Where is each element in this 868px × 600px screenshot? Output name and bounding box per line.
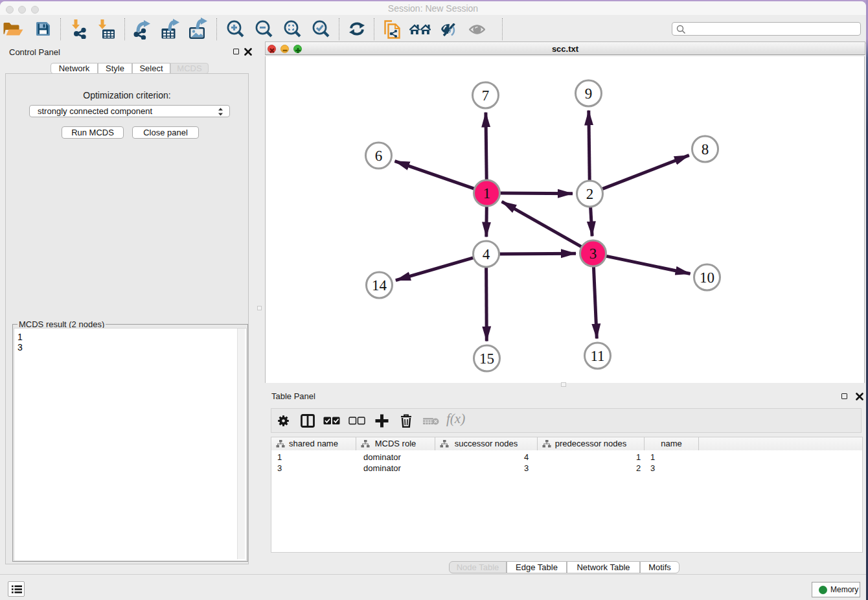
- svg-text:8: 8: [702, 141, 709, 157]
- svg-text:14: 14: [372, 277, 387, 294]
- svg-text:9: 9: [585, 86, 593, 102]
- svg-text:2: 2: [586, 186, 594, 202]
- svg-text:3: 3: [589, 246, 597, 262]
- svg-text:10: 10: [700, 270, 714, 286]
- svg-text:15: 15: [479, 351, 494, 367]
- svg-text:11: 11: [590, 348, 604, 364]
- svg-text:4: 4: [483, 246, 490, 262]
- svg-text:6: 6: [375, 148, 383, 164]
- svg-text:1: 1: [483, 185, 491, 202]
- svg-text:7: 7: [482, 87, 490, 104]
